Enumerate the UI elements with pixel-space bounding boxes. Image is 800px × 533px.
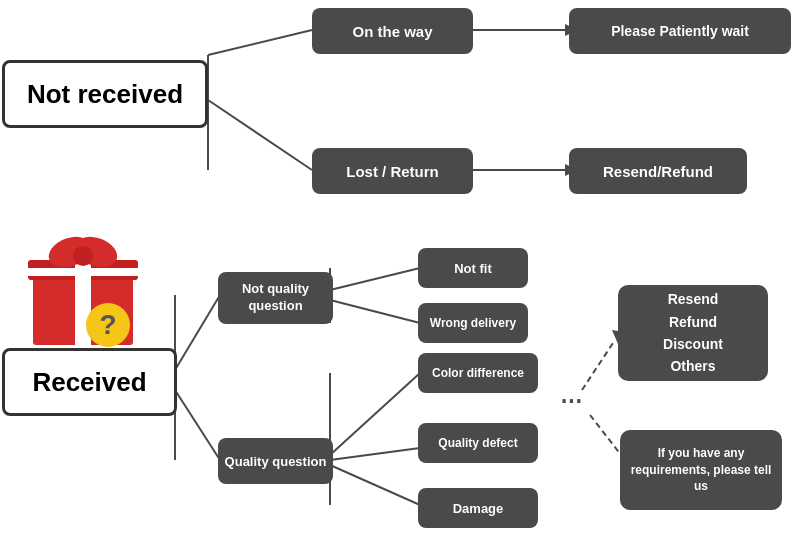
svg-line-0 (208, 30, 312, 55)
quality-defect-node: Quality defect (418, 423, 538, 463)
svg-text:?: ? (99, 309, 116, 340)
resend-refund-box-node: Resend Refund Discount Others (618, 285, 768, 381)
svg-line-10 (330, 268, 420, 290)
diagram: Not received On the way Please Patiently… (0, 0, 800, 533)
svg-line-8 (175, 390, 220, 460)
on-the-way-node: On the way (312, 8, 473, 54)
color-difference-node: Color difference (418, 353, 538, 393)
not-received-node: Not received (2, 60, 208, 128)
not-fit-node: Not fit (418, 248, 528, 288)
wrong-delivery-node: Wrong delivery (418, 303, 528, 343)
requirements-node: If you have any requirements, please tel… (620, 430, 782, 510)
svg-line-14 (330, 448, 420, 460)
svg-line-15 (330, 465, 420, 505)
damage-node: Damage (418, 488, 538, 528)
svg-line-13 (330, 373, 420, 455)
svg-point-26 (73, 246, 93, 266)
please-wait-node: Please Patiently wait (569, 8, 791, 54)
dots: ⋯ (560, 388, 584, 414)
svg-rect-23 (28, 268, 138, 276)
quality-question-node: Quality question (218, 438, 333, 484)
svg-line-7 (175, 295, 220, 370)
lost-return-node: Lost / Return (312, 148, 473, 194)
not-quality-node: Not quality question (218, 272, 333, 324)
resend-refund-top-node: Resend/Refund (569, 148, 747, 194)
svg-line-17 (582, 340, 615, 390)
received-node: Received (2, 348, 177, 416)
svg-line-11 (330, 300, 420, 323)
gift-box-icon: ? (18, 220, 148, 350)
svg-line-3 (208, 100, 312, 170)
